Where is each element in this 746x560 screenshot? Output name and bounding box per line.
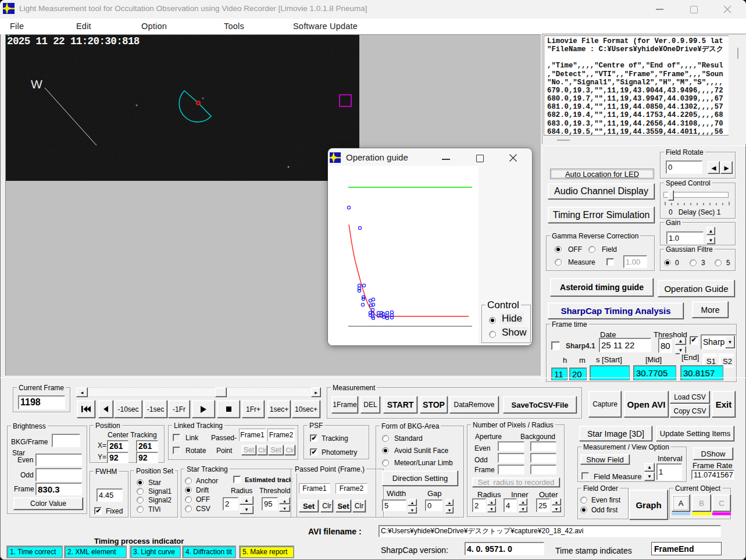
svg-text:W: W xyxy=(31,77,42,91)
